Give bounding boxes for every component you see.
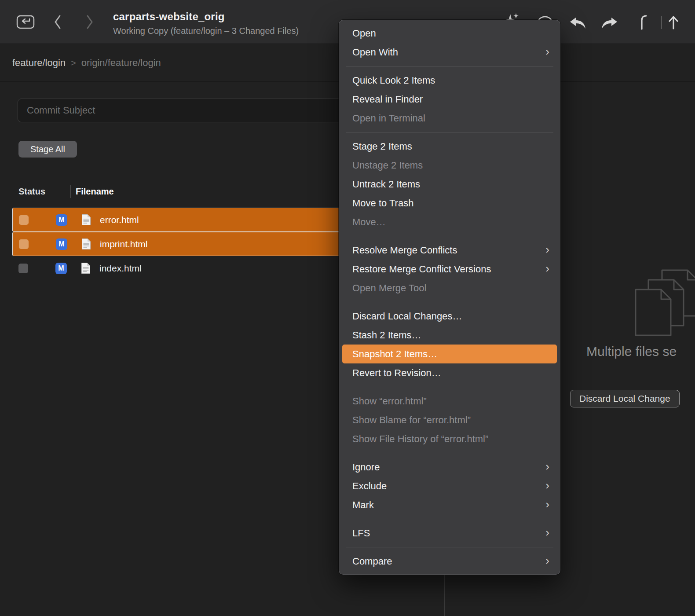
- menu-item-label: Revert to Revision…: [352, 367, 441, 379]
- menu-item-show-blame-for-error-html[interactable]: Show Blame for “error.html”: [339, 411, 560, 429]
- file-icon: [81, 214, 91, 226]
- menu-item-move-to-trash[interactable]: Move to Trash: [339, 194, 560, 213]
- menu-item-label: Show File History of “error.html”: [352, 433, 488, 445]
- menu-separator: [346, 453, 553, 453]
- menu-item-snapshot-2-items[interactable]: Snapshot 2 Items…: [342, 345, 557, 363]
- menu-item-label: Show Blame for “error.html”: [352, 414, 471, 426]
- menu-item-stage-2-items[interactable]: Stage 2 Items: [339, 137, 560, 156]
- menu-item-unstage-2-items[interactable]: Unstage 2 Items: [339, 156, 560, 175]
- menu-separator: [346, 519, 553, 519]
- context-menu: Open Open With › Quick Look 2 Items Reve…: [339, 20, 560, 575]
- menu-item-resolve-merge-conflicts[interactable]: Resolve Merge Conflicts ›: [339, 241, 560, 260]
- filename-label: error.html: [100, 215, 139, 225]
- submenu-chevron-icon: ›: [545, 46, 549, 57]
- forward-button[interactable]: [85, 15, 94, 31]
- menu-item-label: Snapshot 2 Items…: [352, 348, 437, 360]
- window-subtitle: Working Copy (feature/login – 3 Changed …: [113, 26, 299, 36]
- toolbar-separator: [661, 16, 662, 29]
- menu-item-move[interactable]: Move…: [339, 213, 560, 231]
- menu-item-label: Quick Look 2 Items: [352, 75, 435, 86]
- menu-item-label: Show “error.html”: [352, 396, 427, 407]
- stage-checkbox[interactable]: [19, 215, 29, 225]
- menu-item-label: Stash 2 Items…: [352, 330, 421, 341]
- menu-item-compare[interactable]: Compare ›: [339, 552, 560, 571]
- window-title-block: carparts-website_orig Working Copy (feat…: [113, 11, 299, 36]
- undo-arrow-icon[interactable]: [569, 17, 586, 32]
- menu-item-label: Move to Trash: [352, 198, 413, 209]
- stage-checkbox[interactable]: [19, 239, 29, 249]
- chevron-left-icon: [54, 15, 62, 29]
- status-badge: M: [55, 263, 67, 274]
- multiple-files-icon: [635, 269, 695, 341]
- submenu-chevron-icon: ›: [545, 461, 549, 472]
- menu-item-mark[interactable]: Mark ›: [339, 495, 560, 514]
- menu-item-label: Exclude: [352, 480, 387, 492]
- column-header-filename: Filename: [76, 187, 114, 197]
- menu-item-label: Unstage 2 Items: [352, 160, 423, 171]
- window-title: carparts-website_orig: [113, 11, 299, 23]
- column-header-status: Status: [18, 187, 45, 197]
- filename-label: imprint.html: [100, 239, 148, 249]
- menu-item-label: Open Merge Tool: [352, 282, 426, 294]
- menu-item-label: Mark: [352, 499, 374, 511]
- redo-arrow-icon[interactable]: [601, 17, 618, 32]
- menu-item-show-error-html[interactable]: Show “error.html”: [339, 392, 560, 411]
- menu-item-open[interactable]: Open: [339, 24, 560, 43]
- submenu-chevron-icon: ›: [545, 555, 549, 566]
- menu-item-reveal-in-finder[interactable]: Reveal in Finder: [339, 90, 560, 109]
- menu-separator: [346, 66, 553, 66]
- breadcrumb-remote[interactable]: origin/feature/login: [81, 57, 161, 69]
- push-arrow-icon[interactable]: [668, 15, 679, 32]
- repo-icon: [16, 13, 35, 31]
- status-badge: M: [56, 238, 67, 250]
- menu-item-label: Compare: [352, 556, 392, 567]
- menu-item-label: Stage 2 Items: [352, 141, 412, 152]
- stage-all-button[interactable]: Stage All: [18, 141, 77, 158]
- submenu-chevron-icon: ›: [545, 480, 549, 491]
- menu-item-untrack-2-items[interactable]: Untrack 2 Items: [339, 175, 560, 194]
- repo-list-button[interactable]: [16, 13, 35, 32]
- app-window: carparts-website_orig Working Copy (feat…: [0, 0, 695, 616]
- menu-item-quick-look-2-items[interactable]: Quick Look 2 Items: [339, 71, 560, 90]
- menu-separator: [346, 387, 553, 387]
- menu-separator: [346, 302, 553, 302]
- submenu-chevron-icon: ›: [545, 499, 549, 510]
- menu-item-ignore[interactable]: Ignore ›: [339, 458, 560, 477]
- menu-item-label: Move…: [352, 216, 386, 228]
- file-icon: [81, 262, 91, 274]
- back-button[interactable]: [54, 15, 62, 31]
- menu-item-label: Open in Terminal: [352, 113, 425, 124]
- menu-item-exclude[interactable]: Exclude ›: [339, 477, 560, 495]
- menu-item-open-merge-tool[interactable]: Open Merge Tool: [339, 279, 560, 297]
- chevron-right-icon: [85, 15, 94, 29]
- selection-message: Multiple files se: [586, 344, 677, 359]
- menu-separator: [346, 236, 553, 236]
- menu-item-open-in-terminal[interactable]: Open in Terminal: [339, 109, 560, 128]
- menu-item-label: Restore Merge Conflict Versions: [352, 264, 491, 275]
- menu-item-label: Resolve Merge Conflicts: [352, 245, 457, 256]
- menu-item-label: Ignore: [352, 462, 380, 473]
- status-badge: M: [56, 214, 67, 226]
- stage-checkbox[interactable]: [18, 264, 28, 273]
- submenu-chevron-icon: ›: [545, 263, 549, 274]
- file-icon: [81, 238, 91, 250]
- hook-icon[interactable]: [639, 15, 649, 32]
- menu-item-stash-2-items[interactable]: Stash 2 Items…: [339, 326, 560, 345]
- discard-local-changes-button[interactable]: Discard Local Change: [570, 390, 680, 407]
- menu-item-show-file-history-of-error-html[interactable]: Show File History of “error.html”: [339, 429, 560, 448]
- menu-item-discard-local-changes[interactable]: Discard Local Changes…: [339, 307, 560, 326]
- menu-item-open-with[interactable]: Open With ›: [339, 43, 560, 62]
- menu-item-lfs[interactable]: LFS ›: [339, 524, 560, 543]
- filename-label: index.html: [99, 263, 142, 274]
- context-menu-items: Open Open With › Quick Look 2 Items Reve…: [339, 24, 560, 571]
- menu-item-revert-to-revision[interactable]: Revert to Revision…: [339, 363, 560, 382]
- breadcrumb-separator-icon: >: [71, 58, 76, 68]
- breadcrumb-branch[interactable]: feature/login: [12, 57, 66, 69]
- menu-item-label: Discard Local Changes…: [352, 311, 462, 322]
- menu-item-label: Open With: [352, 47, 398, 58]
- menu-item-restore-merge-conflict-versions[interactable]: Restore Merge Conflict Versions ›: [339, 260, 560, 279]
- menu-item-label: Reveal in Finder: [352, 94, 423, 105]
- submenu-chevron-icon: ›: [545, 244, 549, 255]
- column-resize-handle[interactable]: [70, 185, 71, 198]
- menu-separator: [346, 547, 553, 547]
